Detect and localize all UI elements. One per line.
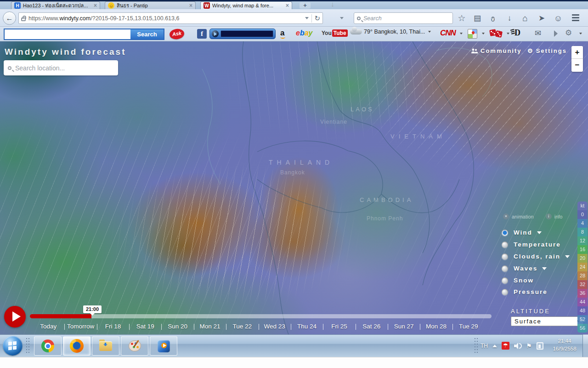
show-desktop-button[interactable] bbox=[582, 334, 588, 357]
zoom-out-button[interactable]: − bbox=[571, 59, 583, 72]
media-player-widget[interactable] bbox=[209, 29, 276, 39]
date-item[interactable]: Wed 23 bbox=[259, 323, 291, 330]
radio-pressure[interactable] bbox=[502, 289, 508, 295]
taskbar-firefox-button[interactable] bbox=[63, 336, 90, 356]
facebook-icon[interactable]: f bbox=[197, 29, 207, 39]
date-item[interactable]: Sun 20 bbox=[161, 323, 193, 330]
date-item[interactable]: Tomorrow bbox=[64, 323, 96, 330]
location-search-box[interactable]: Search location... bbox=[4, 60, 118, 75]
gears-caret-icon[interactable] bbox=[579, 33, 582, 34]
pocket-icon[interactable]: ∨ bbox=[487, 13, 499, 24]
url-bar[interactable]: https://www.windyty.com/?2015-09-17-15,1… bbox=[18, 12, 323, 24]
animation-label[interactable]: animation bbox=[512, 214, 534, 219]
tab-hao123[interactable]: H Hao123 - ท่องเน็ตสะดวกปล... × bbox=[11, 1, 100, 9]
action-center-flag-icon[interactable]: ⚑ bbox=[526, 342, 532, 350]
tray-clock[interactable]: 21:44 16/9/2558 bbox=[549, 337, 580, 353]
taskbar-mediaplayer-button[interactable] bbox=[150, 336, 177, 356]
tab-pantip[interactable]: ☺ สินธร - Pantip × bbox=[105, 1, 196, 9]
layer-temperature[interactable]: Temperature bbox=[502, 241, 561, 248]
weather-widget[interactable]: 79° Bangkok, 10, Thai... bbox=[350, 29, 431, 35]
ebay-logo[interactable]: ebay bbox=[296, 29, 313, 37]
radio-snow[interactable] bbox=[502, 277, 508, 284]
date-item[interactable]: Sat 19 bbox=[129, 323, 161, 330]
animation-toggle-icon[interactable]: × bbox=[503, 213, 509, 219]
layer-waves[interactable]: Waves bbox=[502, 265, 547, 272]
altitude-select[interactable]: Surface bbox=[511, 316, 583, 326]
date-item[interactable]: Today bbox=[32, 323, 64, 330]
taskbar-paint-button[interactable] bbox=[121, 336, 148, 356]
toolbar-search-form[interactable]: Search bbox=[4, 29, 164, 40]
avira-tray-icon[interactable]: ☂ bbox=[502, 342, 509, 350]
date-item[interactable]: Thu 24 bbox=[291, 323, 323, 330]
timeline-progress[interactable] bbox=[30, 314, 91, 318]
cnn-caret-icon[interactable] bbox=[460, 33, 463, 34]
taskbar-grip[interactable] bbox=[26, 338, 30, 354]
hello-chat-icon[interactable]: ☺ bbox=[552, 13, 564, 24]
radio-clouds-rain[interactable] bbox=[502, 253, 508, 260]
send-page-icon[interactable]: ➤ bbox=[536, 13, 548, 24]
weather-caret-icon[interactable] bbox=[428, 31, 431, 33]
taskbar-downloads-button[interactable] bbox=[92, 336, 119, 356]
menu-hamburger-icon[interactable] bbox=[570, 13, 582, 24]
date-item[interactable]: Mon 21 bbox=[194, 323, 226, 330]
download-arrow-icon[interactable]: ↓ bbox=[503, 13, 515, 24]
url-dropdown-icon[interactable] bbox=[305, 17, 309, 19]
tab-close-icon[interactable]: × bbox=[286, 2, 289, 9]
language-indicator[interactable]: TH bbox=[481, 343, 488, 349]
taskbar-chrome-button[interactable] bbox=[34, 336, 62, 356]
date-item[interactable]: Mon 28 bbox=[420, 323, 452, 330]
date-item[interactable]: Fri 25 bbox=[323, 323, 355, 330]
reading-list-icon[interactable]: ▤ bbox=[471, 13, 483, 24]
radio-waves[interactable] bbox=[502, 265, 508, 272]
layer-snow[interactable]: Snow bbox=[502, 277, 534, 284]
tab-close-icon[interactable]: × bbox=[94, 2, 97, 9]
reload-icon[interactable]: ↻ bbox=[311, 14, 320, 23]
settings-gears-icon[interactable]: ⚙ bbox=[565, 28, 572, 38]
date-item[interactable]: Tue 29 bbox=[452, 323, 485, 330]
downloads-caret-icon[interactable] bbox=[340, 17, 344, 19]
date-item[interactable]: Tue 22 bbox=[226, 323, 258, 330]
chevron-down-icon[interactable] bbox=[537, 231, 542, 234]
date-item[interactable]: Sun 27 bbox=[388, 323, 420, 330]
settings-link[interactable]: ⚙ Settings bbox=[527, 47, 567, 54]
home-icon[interactable]: ⌂ bbox=[519, 13, 531, 24]
bookmark-star-icon[interactable]: ☆ bbox=[456, 13, 468, 24]
tab-close-icon[interactable]: × bbox=[189, 2, 192, 9]
browser-search-field[interactable]: Search bbox=[354, 12, 453, 24]
toolbar-search-input[interactable] bbox=[5, 29, 130, 39]
chevron-down-icon[interactable] bbox=[565, 255, 570, 258]
toolbar-overflow-icon[interactable] bbox=[554, 30, 558, 37]
tray-grip[interactable] bbox=[474, 338, 479, 354]
google-maps-icon[interactable] bbox=[468, 29, 477, 39]
date-item[interactable]: Fri 18 bbox=[97, 323, 129, 330]
zoom-in-button[interactable]: + bbox=[571, 46, 583, 59]
layer-wind[interactable]: Wind bbox=[502, 229, 542, 236]
downloads-button[interactable]: ↓ bbox=[327, 0, 338, 8]
radio-wind[interactable] bbox=[502, 230, 508, 236]
tab-windyty[interactable]: W Windyty, wind map & fore... × bbox=[200, 1, 292, 9]
wind-map[interactable]: LAOS Vientiane THAILAND Bangkok VIETNAM … bbox=[0, 41, 588, 334]
volume-icon[interactable] bbox=[514, 343, 521, 349]
new-tab-button[interactable]: + bbox=[300, 2, 311, 9]
community-link[interactable]: Community bbox=[471, 47, 522, 54]
info-label[interactable]: info bbox=[554, 214, 563, 219]
show-hidden-icons[interactable] bbox=[492, 345, 497, 347]
cnn-logo[interactable]: CNN bbox=[440, 29, 456, 38]
timeline-track[interactable] bbox=[30, 314, 492, 318]
start-button[interactable] bbox=[3, 336, 23, 356]
maps-caret-icon[interactable] bbox=[482, 33, 485, 34]
layer-clouds-rain[interactable]: Clouds, rain bbox=[502, 253, 570, 260]
mail-envelope-icon[interactable]: ✉ bbox=[535, 29, 541, 38]
back-button[interactable]: ← bbox=[3, 12, 16, 25]
youtube-logo[interactable]: YouTube bbox=[322, 29, 348, 37]
amazon-icon[interactable]: a bbox=[280, 29, 285, 39]
dice-icon[interactable] bbox=[490, 29, 503, 39]
chevron-down-icon[interactable] bbox=[542, 267, 547, 270]
layer-pressure[interactable]: Pressure bbox=[502, 288, 548, 295]
dice-caret-icon[interactable] bbox=[507, 33, 509, 34]
date-item[interactable]: Sat 26 bbox=[356, 323, 388, 330]
d-swoosh-logo[interactable]: D bbox=[514, 28, 520, 38]
toolbar-search-button[interactable]: Search bbox=[130, 29, 164, 39]
play-button[interactable] bbox=[4, 306, 26, 328]
player-play-icon[interactable] bbox=[212, 30, 219, 37]
